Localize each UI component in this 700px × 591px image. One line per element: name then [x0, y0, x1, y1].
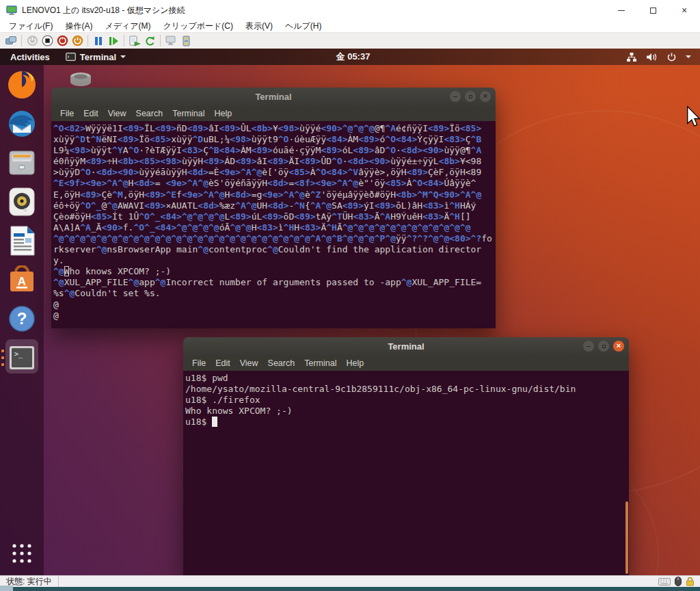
volume-icon: [646, 52, 658, 62]
terminal-line: xùÿÿ^Dt^NëNI<89>Ïö<85>xùÿÿ^DuBL;¼<98>ùÿÿ…: [53, 134, 496, 145]
terminal-line: éô+öÿ^O^_@^@AWAVI<89>×AUATL<8d>%æz^A^@UH…: [53, 200, 496, 211]
scrollbar-thumb[interactable]: [625, 501, 628, 574]
dock-item-libreoffice-writer[interactable]: [0, 221, 44, 260]
dock-item-help[interactable]: ?: [0, 299, 44, 338]
menu-item-terminal[interactable]: Terminal: [299, 358, 341, 368]
dock-item-ubuntu-software[interactable]: A: [0, 260, 44, 299]
menu-item-action[interactable]: 操作(A): [59, 20, 98, 33]
terminal-line: @: [53, 300, 496, 311]
dock-item-files[interactable]: [0, 143, 44, 182]
ubuntu-software-icon: A: [8, 265, 36, 294]
terminal-line: ^@Who knows XPCOM? ;-): [53, 266, 496, 277]
terminal-line: L9¼<98>ùÿÿt^YA^O·?èTÆÿÿI<83>Ç^B<84>ÀM<89…: [53, 145, 496, 156]
vm-connection-icon: [6, 5, 17, 15]
terminal-title: Terminal: [255, 92, 291, 102]
terminal-line: ^O<82>Wÿÿÿë1I<89>ÏL<89>ñD<89>âI<89>ÛL<8b…: [53, 123, 496, 134]
menu-item-file[interactable]: ファイル(F): [3, 20, 59, 33]
menu-item-file[interactable]: File: [55, 109, 79, 118]
menu-item-search[interactable]: Search: [263, 358, 300, 368]
app-menu-label: Terminal: [80, 52, 116, 62]
app-menu-button[interactable]: Terminal: [60, 49, 131, 65]
terminal-line: Çèo#öÿH<85>Ít 1Û^O^_<84>^@^@^@^@L<89>úL<…: [53, 211, 496, 222]
power-icon: [667, 52, 677, 62]
clock-label[interactable]: 金 05:37: [336, 51, 371, 63]
dock-item-thunderbird[interactable]: [0, 104, 44, 143]
system-tray[interactable]: [626, 49, 700, 65]
terminal-window-1[interactable]: Terminal × FileEditViewSearchTerminalHel…: [51, 88, 496, 328]
menu-item-media[interactable]: メディア(M): [98, 20, 157, 33]
menu-item-view[interactable]: View: [103, 109, 131, 118]
vm-statusbar: 状態: 実行中: [0, 575, 700, 587]
terminal-line: u18$: [185, 417, 629, 428]
close-button[interactable]: ×: [480, 91, 491, 102]
rhythmbox-icon: [8, 187, 36, 217]
vm-toolbar: [0, 32, 700, 49]
lock-icon: [686, 577, 695, 586]
chevron-down-icon: [120, 55, 126, 58]
terminal-line: u18$ ./firefox: [185, 395, 629, 406]
minimize-button[interactable]: [450, 91, 461, 102]
maximize-button[interactable]: [598, 341, 609, 352]
terminal-window-2[interactable]: Terminal × FileEditViewSearchTerminalHel…: [183, 337, 629, 575]
terminal-content[interactable]: u18$ pwd/home/ysato/mozilla-central-9c1b…: [183, 371, 629, 575]
maximize-button[interactable]: [637, 0, 669, 21]
vm-display[interactable]: Activities Terminal 金 05:37: [0, 49, 700, 575]
terminal-menubar: FileEditViewSearchTerminalHelp: [51, 106, 496, 121]
terminal-line: é0ñÿÿM<89>÷H<8b><85><98>ùÿÿH<89>ÁD<89>âI…: [53, 156, 496, 167]
settings-button[interactable]: [178, 34, 193, 48]
activities-button[interactable]: Activities: [0, 49, 60, 65]
ctrl-alt-del-button[interactable]: [3, 34, 18, 48]
stop-button[interactable]: [40, 34, 55, 48]
close-button[interactable]: ×: [613, 341, 624, 352]
terminal-line: >ùÿÿD^O·<8d><90>ùÿÿéāùÿÿH<8d>=È<9e>^A^@è…: [53, 167, 496, 178]
toolbar-separator: [21, 35, 22, 47]
maximize-button[interactable]: [465, 91, 476, 102]
vm-menubar: ファイル(F)操作(A)メディア(M)クリップボード(C)表示(V)ヘルプ(H): [0, 21, 700, 32]
terminal-titlebar[interactable]: Terminal ×: [183, 337, 629, 356]
minimize-button[interactable]: [583, 341, 594, 352]
menu-item-terminal[interactable]: Terminal: [167, 109, 209, 118]
vm-titlebar: LENOVO1 上の itsv20-u18 - 仮想マシン接続 ×: [0, 0, 700, 21]
menu-item-clipboard[interactable]: クリップボード(C): [157, 20, 239, 33]
taskbar-edge: [0, 587, 700, 591]
terminal-line: E,öÿH<89>Çè^M,öÿH<89>^Ef<9e>^A^@H<8d>=g<…: [53, 189, 496, 200]
turn-off-button[interactable]: [55, 34, 70, 48]
active-app-highlight: [5, 339, 38, 373]
menu-item-file[interactable]: File: [187, 358, 211, 368]
menu-item-help[interactable]: Help: [209, 109, 237, 118]
terminal-line: @: [53, 311, 496, 321]
menu-item-help[interactable]: ヘルプ(H): [279, 20, 328, 33]
start-button[interactable]: [25, 34, 40, 48]
terminal-line: rkserver^@nsBrowserApp main^@contentproc…: [53, 244, 496, 255]
menu-item-edit[interactable]: Edit: [79, 109, 103, 118]
dock-item-terminal[interactable]: >_: [0, 338, 44, 377]
dock-item-rhythmbox[interactable]: [0, 182, 44, 221]
toolbar-separator: [160, 35, 161, 47]
dock-item-show-applications[interactable]: [0, 537, 44, 570]
terminal-line: ^E<9f><9e>^A^@H<8d>= <9e>^A^@èS'öÿéñāÿÿH…: [53, 178, 496, 189]
menu-item-search[interactable]: Search: [131, 109, 168, 118]
svg-text:?: ?: [17, 309, 27, 328]
menu-item-view[interactable]: 表示(V): [239, 20, 279, 33]
mouse-icon: [675, 577, 682, 586]
pause-button[interactable]: [91, 34, 106, 48]
enhanced-session-button[interactable]: [163, 34, 178, 48]
libreoffice-writer-icon: [8, 225, 36, 257]
shutdown-button[interactable]: [70, 34, 85, 48]
vm-window-title: LENOVO1 上の itsv20-u18 - 仮想マシン接続: [22, 5, 606, 16]
revert-button[interactable]: [142, 34, 157, 48]
terminal-line: %s^@Couldn't set %s.: [53, 288, 496, 299]
menu-item-view[interactable]: View: [235, 358, 263, 368]
close-button[interactable]: ×: [669, 0, 700, 21]
menu-item-help[interactable]: Help: [341, 358, 368, 368]
checkpoint-button[interactable]: [127, 34, 142, 48]
firefox-icon: [6, 69, 38, 101]
minimize-button[interactable]: [606, 0, 637, 21]
menu-item-edit[interactable]: Edit: [211, 358, 235, 368]
terminal-titlebar[interactable]: Terminal ×: [51, 88, 496, 106]
running-indicator-dots: [1, 350, 4, 366]
terminal-line: A\A]A^A_Ā<90>f.^O^_<84>^@^@^@^@óĀ^@^@H<8…: [53, 222, 496, 233]
resume-button[interactable]: [106, 34, 121, 48]
terminal-content[interactable]: ^O<82>Wÿÿÿë1I<89>ÏL<89>ñD<89>âI<89>ÛL<8b…: [51, 121, 496, 328]
dock-item-firefox[interactable]: [0, 65, 44, 104]
